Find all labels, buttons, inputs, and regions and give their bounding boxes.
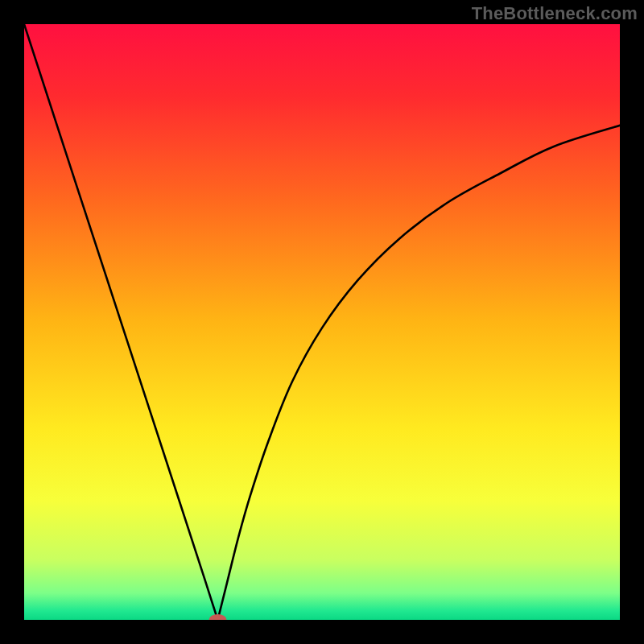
watermark-text: TheBottleneck.com: [472, 3, 638, 24]
plot-area: [24, 24, 620, 620]
chart-svg: [24, 24, 620, 620]
chart-frame: TheBottleneck.com: [0, 0, 644, 644]
gradient-background: [24, 24, 620, 620]
